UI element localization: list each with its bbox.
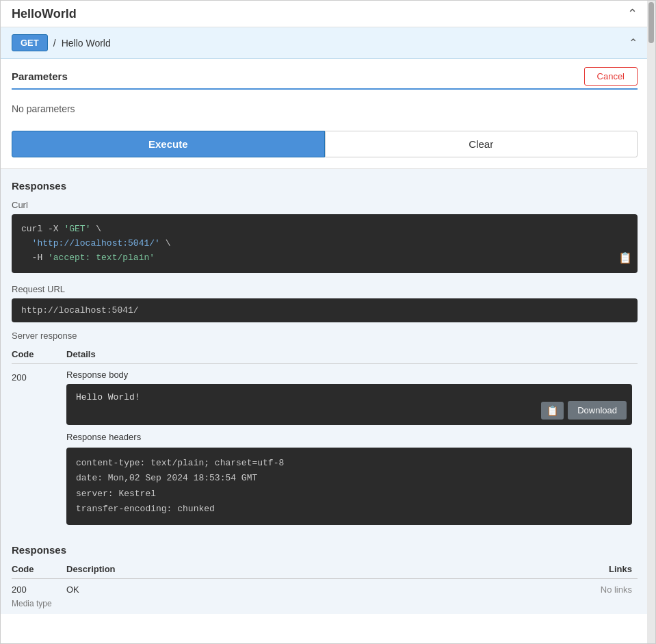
endpoint-collapse-icon[interactable]: ⌃ xyxy=(629,36,638,49)
responses-desc-section: Responses Code Description Links 200 OK … xyxy=(1,533,648,595)
main-window: HelloWorld ⌃ GET / Hello World ⌃ Paramet… xyxy=(0,0,656,644)
curl-line1: curl -X 'GET' \ xyxy=(21,222,628,237)
request-url-value: http://localhost:5041/ xyxy=(12,298,638,322)
curl-line3: -H 'accept: text/plain' xyxy=(21,251,628,266)
execute-button[interactable]: Execute xyxy=(12,131,325,157)
curl-line2: 'http://localhost:5041/' \ xyxy=(21,237,628,251)
response-header-3: server: Kestrel xyxy=(76,487,622,502)
col-code-header: Code xyxy=(12,346,66,364)
responses-desc-title: Responses xyxy=(12,544,638,556)
response-code: 200 xyxy=(12,364,66,525)
media-type-label: Media type xyxy=(1,595,648,614)
curl-code-block: curl -X 'GET' \ 'http://localhost:5041/'… xyxy=(12,214,638,273)
parameters-header: Parameters Cancel xyxy=(12,59,638,90)
parameters-section: Parameters Cancel No parameters Execute … xyxy=(1,59,648,169)
response-details-cell: Response body Hello World! 📋 Download Re… xyxy=(66,364,638,525)
response-header-1: content-type: text/plain; charset=utf-8 xyxy=(76,456,622,471)
scrollbar-thumb[interactable] xyxy=(648,2,654,43)
responses-desc-table: Code Description Links 200 OK No links xyxy=(12,561,638,595)
response-headers-label: Response headers xyxy=(66,432,632,442)
desc-code: 200 xyxy=(12,578,66,595)
desc-col-links: Links xyxy=(406,561,638,579)
table-row: 200 Response body Hello World! 📋 Downloa… xyxy=(12,364,638,525)
server-response-label: Server response xyxy=(12,331,638,341)
endpoint-path: Hello World xyxy=(62,38,111,49)
server-response-section: Server response Code Details 200 Respons… xyxy=(1,331,648,532)
response-body-value: Hello World! xyxy=(76,392,140,402)
action-buttons: Execute Clear xyxy=(12,131,638,157)
curl-label: Curl xyxy=(12,200,638,210)
endpoint-separator: / xyxy=(53,38,56,49)
desc-links: No links xyxy=(406,578,638,595)
desc-col-code: Code xyxy=(12,561,66,579)
cancel-button[interactable]: Cancel xyxy=(584,67,638,86)
desc-description: OK xyxy=(66,578,406,595)
window-title: HelloWorld xyxy=(12,7,77,21)
server-response-table: Code Details 200 Response body Hello Wor… xyxy=(12,346,638,524)
curl-copy-icon[interactable]: 📋 xyxy=(618,250,632,268)
clear-button[interactable]: Clear xyxy=(325,131,638,157)
response-body-copy-icon[interactable]: 📋 xyxy=(541,402,564,420)
response-header-4: transfer-encoding: chunked xyxy=(76,502,622,517)
title-bar: HelloWorld ⌃ xyxy=(1,1,648,27)
response-headers-block: content-type: text/plain; charset=utf-8 … xyxy=(66,448,632,524)
responses-header-section: Responses xyxy=(1,169,648,200)
desc-col-description: Description xyxy=(66,561,406,579)
request-url-section: Request URL http://localhost:5041/ xyxy=(1,284,648,331)
response-body-block: Hello World! 📋 Download xyxy=(66,384,632,425)
curl-section: Curl curl -X 'GET' \ 'http://localhost:5… xyxy=(1,200,648,284)
col-details-header: Details xyxy=(66,346,638,364)
collapse-window-button[interactable]: ⌃ xyxy=(627,6,638,21)
no-parameters-text: No parameters xyxy=(12,98,638,125)
parameters-label: Parameters xyxy=(12,70,68,82)
table-row: 200 OK No links xyxy=(12,578,638,595)
responses-title: Responses xyxy=(12,180,638,200)
endpoint-bar: GET / Hello World ⌃ xyxy=(1,27,648,59)
response-body-actions: 📋 Download xyxy=(541,401,627,420)
download-button[interactable]: Download xyxy=(568,401,627,420)
http-method-badge: GET xyxy=(12,34,48,51)
request-url-label: Request URL xyxy=(12,284,638,294)
scrollbar[interactable] xyxy=(647,1,655,643)
response-body-label: Response body xyxy=(66,370,632,380)
response-header-2: date: Mon,02 Sep 2024 18:53:54 GMT xyxy=(76,471,622,486)
